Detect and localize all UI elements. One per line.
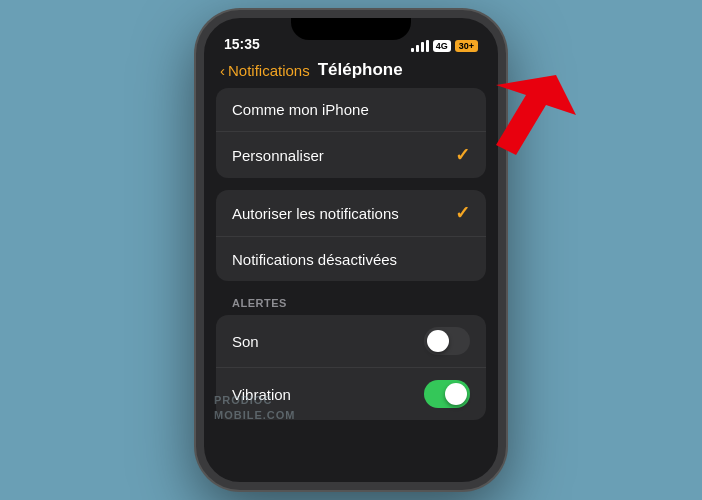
row-comme-mon-iphone[interactable]: Comme mon iPhone <box>216 88 486 132</box>
row-son[interactable]: Son <box>216 315 486 368</box>
toggle-son[interactable] <box>424 327 470 355</box>
chevron-left-icon: ‹ <box>220 62 225 79</box>
checkmark-icon: ✓ <box>455 202 470 224</box>
row-label: Autoriser les notifications <box>232 205 399 222</box>
battery-badge: 30+ <box>455 40 478 52</box>
row-label: Personnaliser <box>232 147 324 164</box>
page-title: Téléphone <box>318 60 403 80</box>
group-2: Autoriser les notifications ✓ Notificati… <box>216 190 486 281</box>
notch <box>291 18 411 40</box>
status-icons: 4G 30+ <box>411 40 478 52</box>
checkmark-icon: ✓ <box>455 144 470 166</box>
row-autoriser[interactable]: Autoriser les notifications ✓ <box>216 190 486 237</box>
phone-frame: 15:35 4G 30+ ‹ Notifications Téléphone <box>196 10 506 490</box>
svg-marker-0 <box>496 75 576 155</box>
toggle-vibration[interactable] <box>424 380 470 408</box>
back-label: Notifications <box>228 62 310 79</box>
row-label: Son <box>232 333 259 350</box>
watermark: PRODIOC MOBILE.COM <box>214 393 296 422</box>
alerts-header: ALERTES <box>216 293 486 315</box>
row-label: Comme mon iPhone <box>232 101 369 118</box>
back-button[interactable]: ‹ Notifications <box>220 62 310 79</box>
settings-content: Comme mon iPhone Personnaliser ✓ Autoris… <box>204 88 498 420</box>
row-personnaliser[interactable]: Personnaliser ✓ <box>216 132 486 178</box>
nav-bar: ‹ Notifications Téléphone <box>204 56 498 88</box>
group-1: Comme mon iPhone Personnaliser ✓ <box>216 88 486 178</box>
row-label: Notifications désactivées <box>232 251 397 268</box>
watermark-line2: MOBILE.COM <box>214 408 296 422</box>
toggle-knob <box>445 383 467 405</box>
toggle-knob <box>427 330 449 352</box>
row-desactivees[interactable]: Notifications désactivées <box>216 237 486 281</box>
status-time: 15:35 <box>224 36 260 52</box>
network-badge: 4G <box>433 40 451 52</box>
signal-icon <box>411 40 429 52</box>
watermark-line1: PRODIOC <box>214 393 296 407</box>
